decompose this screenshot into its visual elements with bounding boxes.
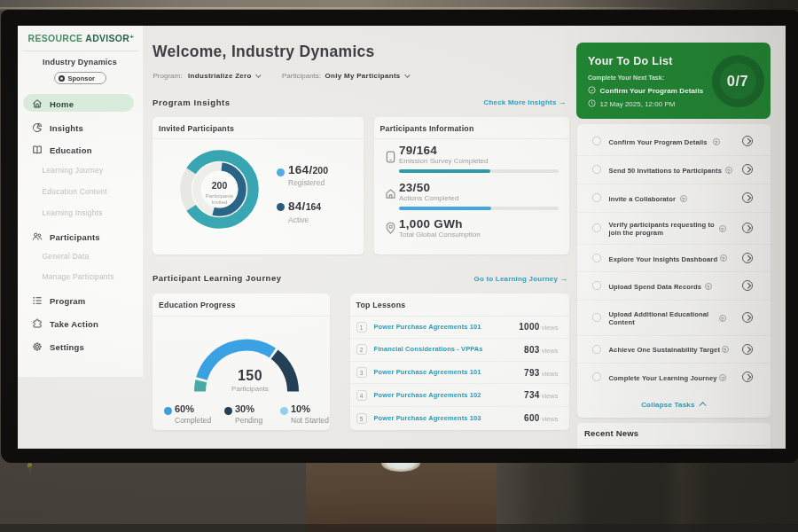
svg-text:200: 200 xyxy=(212,180,228,191)
svg-text:Invited: Invited xyxy=(212,200,228,205)
svg-text:Participants: Participants xyxy=(206,192,233,198)
